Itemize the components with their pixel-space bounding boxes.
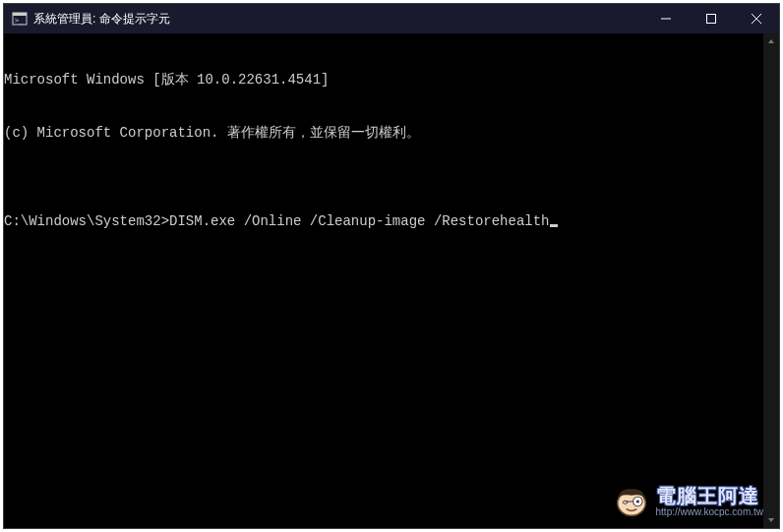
- svg-rect-1: [13, 13, 27, 16]
- maximize-button[interactable]: [689, 4, 734, 33]
- window-controls: [643, 4, 779, 33]
- command-text: DISM.exe /Online /Cleanup-image /Restore…: [169, 213, 549, 229]
- titlebar[interactable]: >_ 系統管理員: 命令提示字元: [4, 4, 779, 33]
- window-title: 系統管理員: 命令提示字元: [33, 11, 643, 28]
- svg-rect-4: [707, 15, 716, 24]
- close-button[interactable]: [734, 4, 779, 33]
- command-prompt-window: >_ 系統管理員: 命令提示字元 Microsoft Windows [版本 1…: [3, 3, 780, 529]
- scrollbar[interactable]: [763, 33, 779, 528]
- scroll-up-button[interactable]: [763, 33, 779, 49]
- minimize-button[interactable]: [643, 4, 689, 33]
- terminal-area[interactable]: Microsoft Windows [版本 10.0.22631.4541] (…: [4, 33, 779, 528]
- terminal-prompt-line: C:\Windows\System32>DISM.exe /Online /Cl…: [4, 212, 779, 230]
- terminal-line: Microsoft Windows [版本 10.0.22631.4541]: [4, 71, 779, 89]
- svg-text:>_: >_: [15, 17, 24, 25]
- cmd-icon: >_: [12, 11, 28, 27]
- prompt-text: C:\Windows\System32>: [4, 213, 169, 229]
- terminal-line: (c) Microsoft Corporation. 著作權所有，並保留一切權利…: [4, 124, 779, 142]
- cursor: [550, 224, 558, 227]
- scroll-down-button[interactable]: [763, 512, 779, 528]
